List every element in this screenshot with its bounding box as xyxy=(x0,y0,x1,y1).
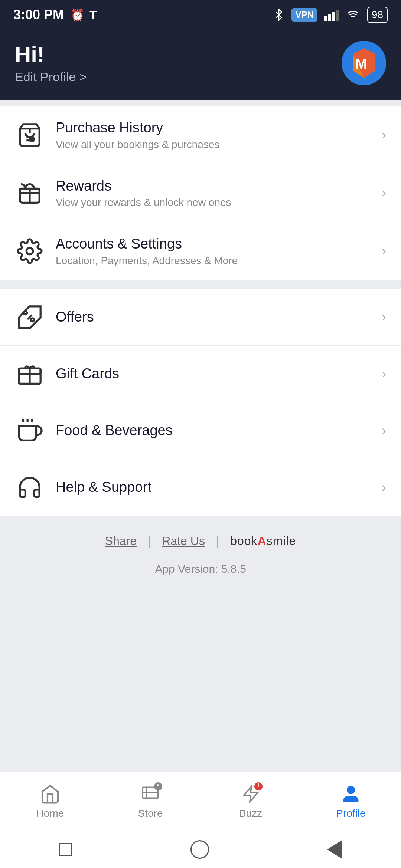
gift-cards-chevron: › xyxy=(382,366,386,382)
rate-us-link[interactable]: Rate Us xyxy=(162,534,205,548)
accounts-settings-text: Accounts & Settings Location, Payments, … xyxy=(56,236,382,267)
buzz-icon-container: ! xyxy=(240,784,261,805)
t-icon: T xyxy=(89,8,97,22)
help-support-icon xyxy=(15,473,45,502)
rewards-item[interactable]: Rewards View your rewards & unlock new o… xyxy=(0,164,401,223)
accounts-settings-item[interactable]: Accounts & Settings Location, Payments, … xyxy=(0,222,401,280)
food-beverages-title: Food & Beverages xyxy=(56,422,382,439)
store-icon-container: ° xyxy=(140,784,161,805)
buzz-badge: ! xyxy=(254,782,263,790)
food-beverages-text: Food & Beverages xyxy=(56,422,382,439)
status-left: 3:00 PM ⏰ T xyxy=(13,7,97,23)
footer-section: Share | Rate Us | bookAsmile App Version… xyxy=(0,516,401,772)
profile-icon xyxy=(340,784,361,805)
section-divider xyxy=(0,100,401,106)
help-support-item[interactable]: Help & Support › xyxy=(0,459,401,516)
store-badge: ° xyxy=(154,782,162,790)
nav-back-button[interactable] xyxy=(327,840,342,859)
gift-cards-text: Gift Cards xyxy=(56,365,382,382)
rewards-text: Rewards View your rewards & unlock new o… xyxy=(56,178,382,209)
footer-divider-2: | xyxy=(216,534,219,548)
purchase-history-text: Purchase History View all your bookings … xyxy=(56,119,382,151)
help-support-chevron: › xyxy=(382,480,386,495)
rewards-chevron: › xyxy=(382,185,386,201)
svg-rect-0 xyxy=(324,16,327,21)
content-area: Hi! Edit Profile > M xyxy=(0,30,401,772)
bluetooth-icon xyxy=(273,9,285,21)
nav-item-buzz[interactable]: ! Buzz xyxy=(200,784,301,819)
profile-label: Profile xyxy=(336,808,365,819)
offers-text: Offers xyxy=(56,309,382,326)
nav-circle-button[interactable] xyxy=(190,840,209,859)
purchase-history-title: Purchase History xyxy=(56,119,382,137)
svg-text:M: M xyxy=(355,56,367,72)
gift-cards-icon xyxy=(15,359,45,389)
vpn-badge: VPN xyxy=(291,8,317,22)
bottom-nav: Home ° Store ! Buzz Profile xyxy=(0,772,401,831)
nav-square-button[interactable] xyxy=(59,843,72,856)
purchase-history-subtitle: View all your bookings & purchases xyxy=(56,139,382,151)
status-bar: 3:00 PM ⏰ T VPN 98 xyxy=(0,0,401,30)
brand-name: bookAsmile xyxy=(230,534,296,548)
back-icon xyxy=(327,840,342,859)
wifi-icon xyxy=(346,9,361,21)
footer-links: Share | Rate Us | bookAsmile xyxy=(105,534,296,548)
offers-item[interactable]: Offers › xyxy=(0,289,401,346)
purchase-history-icon xyxy=(15,120,45,150)
svg-point-11 xyxy=(26,248,33,254)
menu-section-1: Purchase History View all your bookings … xyxy=(0,106,401,280)
rewards-title: Rewards xyxy=(56,178,382,195)
purchase-history-chevron: › xyxy=(382,127,386,143)
rewards-icon xyxy=(15,178,45,208)
offers-icon xyxy=(15,302,45,332)
svg-rect-2 xyxy=(332,12,335,21)
menu-section-2: Offers › Gift Cards › xyxy=(0,289,401,516)
accounts-settings-icon xyxy=(15,236,45,266)
home-icon xyxy=(40,784,61,805)
offers-title: Offers xyxy=(56,309,382,326)
rewards-subtitle: View your rewards & unlock new ones xyxy=(56,197,382,208)
battery-indicator: 98 xyxy=(367,7,388,23)
header-left: Hi! Edit Profile > xyxy=(15,42,87,84)
app-version: App Version: 5.8.5 xyxy=(155,563,246,575)
svg-rect-3 xyxy=(336,10,339,21)
status-icons: ⏰ T xyxy=(71,8,97,22)
status-right: VPN 98 xyxy=(273,7,388,23)
purchase-history-item[interactable]: Purchase History View all your bookings … xyxy=(0,106,401,164)
svg-rect-1 xyxy=(328,14,331,21)
nav-item-store[interactable]: ° Store xyxy=(100,784,200,819)
offers-chevron: › xyxy=(382,309,386,325)
system-nav-bar xyxy=(0,831,401,868)
accounts-settings-chevron: › xyxy=(382,243,386,259)
food-beverages-chevron: › xyxy=(382,423,386,438)
accounts-settings-subtitle: Location, Payments, Addresses & More xyxy=(56,255,382,267)
accounts-settings-title: Accounts & Settings xyxy=(56,236,382,253)
help-support-text: Help & Support xyxy=(56,479,382,496)
signal-icon xyxy=(324,9,339,21)
svg-point-14 xyxy=(31,318,34,322)
nav-item-home[interactable]: Home xyxy=(0,784,100,819)
buzz-label: Buzz xyxy=(239,808,262,819)
store-label: Store xyxy=(138,808,163,819)
gift-cards-title: Gift Cards xyxy=(56,365,382,382)
status-time: 3:00 PM xyxy=(13,7,64,23)
square-icon xyxy=(59,843,72,856)
section-gap xyxy=(0,280,401,289)
avatar[interactable]: M xyxy=(342,41,386,85)
footer-divider-1: | xyxy=(148,534,151,548)
profile-header: Hi! Edit Profile > M xyxy=(0,30,401,100)
alarm-icon: ⏰ xyxy=(71,9,84,22)
greeting-text: Hi! xyxy=(15,42,87,67)
food-beverages-icon xyxy=(15,416,45,445)
help-support-title: Help & Support xyxy=(56,479,382,496)
share-link[interactable]: Share xyxy=(105,534,137,548)
gift-cards-item[interactable]: Gift Cards › xyxy=(0,346,401,402)
avatar-icon: M xyxy=(345,45,382,82)
svg-point-25 xyxy=(348,786,355,793)
nav-item-profile[interactable]: Profile xyxy=(301,784,401,819)
food-beverages-item[interactable]: Food & Beverages › xyxy=(0,402,401,459)
home-label: Home xyxy=(36,808,64,819)
edit-profile-link[interactable]: Edit Profile > xyxy=(15,70,87,84)
circle-icon xyxy=(190,840,209,859)
